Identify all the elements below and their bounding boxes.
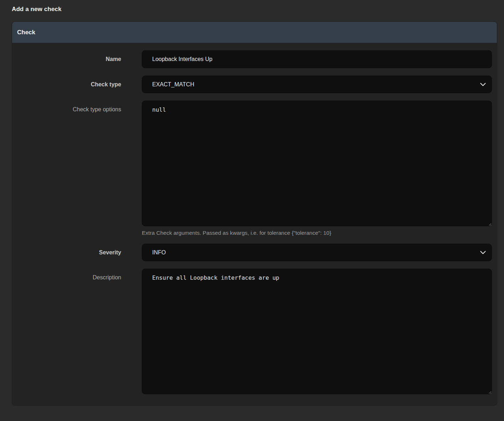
card-header: Check <box>12 22 497 43</box>
field-row-severity: Severity INFO <box>12 244 492 261</box>
check-card: Check Name Check type EXACT_MATCH Check … <box>12 21 497 405</box>
severity-select[interactable]: INFO <box>142 244 492 261</box>
name-label: Name <box>12 50 121 63</box>
severity-label: Severity <box>12 244 121 257</box>
check-type-select[interactable]: EXACT_MATCH <box>142 76 492 93</box>
field-row-name: Name <box>12 50 492 68</box>
page-title: Add a new check <box>12 6 497 13</box>
description-label: Description <box>12 269 121 281</box>
field-row-check-type-options: Check type options null Extra Check argu… <box>12 101 492 237</box>
check-type-select-wrap: EXACT_MATCH <box>142 76 492 93</box>
check-type-options-label: Check type options <box>12 101 121 113</box>
description-textarea[interactable]: Ensure all Loopback interfaces are up <box>142 269 492 394</box>
name-input[interactable] <box>142 50 492 68</box>
card-body: Name Check type EXACT_MATCH Check type o… <box>12 43 497 405</box>
card-title: Check <box>17 29 35 36</box>
field-row-check-type: Check type EXACT_MATCH <box>12 76 492 93</box>
severity-select-wrap: INFO <box>142 244 492 261</box>
check-type-label: Check type <box>12 76 121 88</box>
check-type-options-help: Extra Check arguments. Passed as kwargs,… <box>142 229 492 237</box>
field-row-description: Description Ensure all Loopback interfac… <box>12 269 492 394</box>
check-type-options-textarea[interactable]: null <box>142 101 492 226</box>
check-type-options-group: null Extra Check arguments. Passed as kw… <box>142 101 492 237</box>
